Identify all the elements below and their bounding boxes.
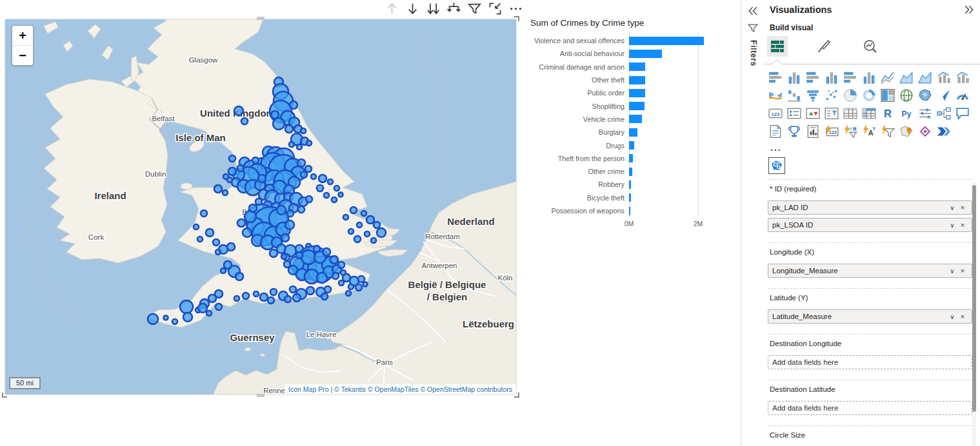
bar-chart-visual[interactable]: Sum of Crimes by Crime type Violence and… — [524, 13, 739, 242]
data-point-bubble[interactable] — [227, 243, 235, 251]
clustered-column-chart-icon[interactable] — [825, 70, 839, 84]
expand-filters-icon[interactable] — [747, 5, 759, 17]
button-slicer-icon[interactable] — [881, 124, 895, 139]
field-pill[interactable]: pk_LAD ID∨× — [768, 200, 972, 215]
bar-shoplifting[interactable] — [629, 102, 645, 110]
text-slicer-icon[interactable] — [862, 124, 876, 139]
data-point-bubble[interactable] — [301, 171, 307, 178]
data-point-bubble[interactable] — [214, 185, 222, 193]
tab-analytics[interactable] — [860, 36, 881, 57]
paginated-report-icon[interactable] — [806, 124, 820, 139]
map-attribution[interactable]: Icon Map Pro | © Tekantis © OpenMapTiles… — [285, 384, 516, 394]
bar-anti-social-behaviour[interactable] — [629, 50, 662, 58]
bar-burglary[interactable] — [629, 128, 637, 137]
table-icon[interactable] — [843, 106, 857, 121]
bar-criminal-damage-and-arson[interactable] — [629, 63, 645, 71]
data-point-bubble[interactable] — [285, 220, 294, 229]
data-point-bubble[interactable] — [284, 261, 290, 267]
line-chart-icon[interactable] — [881, 70, 895, 84]
resize-handle-bottom-left[interactable] — [2, 392, 8, 398]
map-icon[interactable] — [899, 88, 914, 102]
data-point-bubble[interactable] — [365, 231, 370, 237]
ribbon-chart-icon[interactable] — [768, 88, 783, 102]
resize-handle-bottom[interactable] — [257, 394, 265, 397]
area-chart-icon[interactable] — [899, 70, 914, 84]
data-point-bubble[interactable] — [328, 179, 333, 184]
data-point-bubble[interactable] — [377, 228, 386, 237]
data-point-bubble[interactable] — [237, 219, 245, 227]
empty-field-well[interactable]: Add data fields here — [768, 401, 972, 415]
data-point-bubble[interactable] — [252, 157, 259, 164]
data-point-bubble[interactable] — [357, 222, 362, 228]
data-point-bubble[interactable] — [323, 248, 330, 256]
bar-public-order[interactable] — [629, 89, 645, 97]
data-point-bubble[interactable] — [228, 168, 236, 175]
data-point-bubble[interactable] — [194, 224, 199, 229]
clustered-bar-chart-icon[interactable] — [806, 70, 820, 84]
bar-drugs[interactable] — [629, 141, 634, 150]
q-and-a-icon[interactable] — [955, 106, 970, 121]
data-point-bubble[interactable] — [297, 144, 302, 150]
data-point-bubble[interactable] — [249, 204, 257, 212]
data-point-bubble[interactable] — [223, 190, 228, 195]
arcgis-maps-icon[interactable] — [899, 124, 914, 139]
data-point-bubble[interactable] — [224, 261, 232, 269]
drill-down-icon[interactable] — [405, 1, 420, 16]
data-point-bubble[interactable] — [343, 215, 348, 220]
pie-chart-icon[interactable] — [843, 88, 857, 102]
data-point-bubble[interactable] — [287, 210, 294, 217]
gauge-icon[interactable] — [955, 88, 970, 102]
data-point-bubble[interactable] — [332, 273, 339, 279]
data-point-bubble[interactable] — [346, 291, 351, 296]
data-point-bubble[interactable] — [334, 186, 339, 191]
data-point-bubble[interactable] — [281, 234, 289, 242]
data-point-bubble[interactable] — [268, 297, 274, 304]
map-canvas[interactable]: GlasgowBelfastUnited KingdomIsle of ManD… — [5, 19, 516, 394]
data-point-bubble[interactable] — [197, 237, 203, 242]
treemap-icon[interactable] — [881, 88, 895, 102]
bar-possession-of-weapons[interactable] — [629, 207, 630, 215]
panel-scrollbar-thumb[interactable] — [972, 185, 976, 412]
data-point-bubble[interactable] — [285, 296, 291, 302]
data-point-bubble[interactable] — [355, 284, 362, 291]
resize-handle-top[interactable] — [257, 17, 265, 20]
data-point-bubble[interactable] — [243, 293, 249, 299]
icon-map-pro-visual-container[interactable]: GlasgowBelfastUnited KingdomIsle of ManD… — [5, 19, 516, 394]
data-point-bubble[interactable] — [317, 273, 327, 283]
100-stacked-bar-chart-icon[interactable] — [843, 70, 857, 84]
data-point-bubble[interactable] — [215, 290, 223, 298]
data-point-bubble[interactable] — [297, 159, 305, 167]
power-apps-icon[interactable] — [918, 124, 932, 139]
bar-theft-from-the-person[interactable] — [629, 154, 633, 162]
data-point-bubble[interactable] — [290, 286, 296, 293]
data-point-bubble[interactable] — [180, 300, 193, 313]
data-point-bubble[interactable] — [306, 287, 314, 295]
chevron-down-icon[interactable]: ∨ — [947, 222, 957, 229]
stacked-area-chart-icon[interactable] — [918, 70, 932, 84]
remove-field-icon[interactable]: × — [957, 313, 968, 320]
data-point-bubble[interactable] — [215, 304, 222, 310]
data-point-bubble[interactable] — [277, 206, 286, 215]
data-point-bubble[interactable] — [311, 174, 316, 179]
scatter-chart-icon[interactable] — [825, 88, 839, 102]
more-visuals-button[interactable]: ... — [765, 142, 980, 151]
remove-field-icon[interactable]: × — [957, 221, 968, 229]
data-point-bubble[interactable] — [371, 238, 376, 243]
data-point-bubble[interactable] — [293, 294, 301, 302]
data-point-bubble[interactable] — [148, 314, 158, 324]
waterfall-chart-icon[interactable] — [787, 88, 801, 102]
data-point-bubble[interactable] — [213, 239, 219, 246]
narrative-icon[interactable] — [768, 124, 783, 139]
resize-handle-top-right[interactable] — [514, 16, 519, 22]
decomposition-tree-icon[interactable] — [937, 106, 951, 121]
data-point-bubble[interactable] — [332, 197, 337, 202]
bar-vehicle-crime[interactable] — [629, 115, 642, 123]
line-and-clustered-column-chart-icon[interactable] — [955, 70, 970, 84]
field-pill[interactable]: Longitude_Measure∨× — [768, 264, 972, 278]
data-point-bubble[interactable] — [354, 236, 361, 242]
data-point-bubble[interactable] — [241, 118, 248, 124]
data-point-bubble[interactable] — [254, 291, 259, 296]
funnel-chart-icon[interactable] — [806, 88, 820, 102]
tab-build-visual[interactable] — [767, 36, 788, 57]
focus-mode-icon[interactable] — [488, 1, 503, 16]
